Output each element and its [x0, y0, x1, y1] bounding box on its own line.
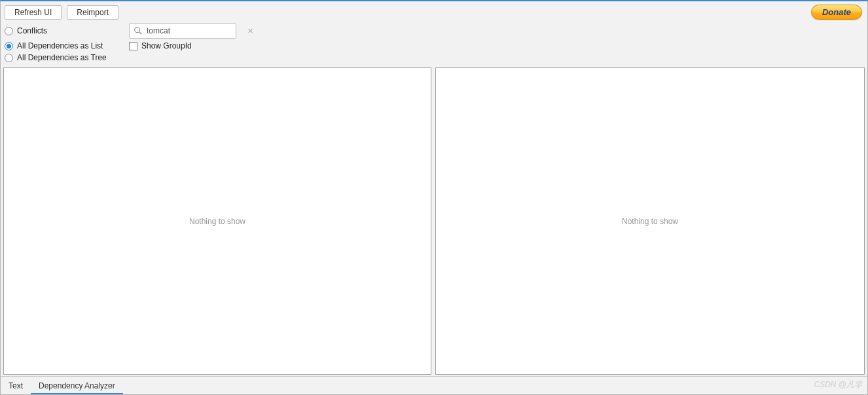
radio-icon [5, 27, 13, 35]
search-box: ✕ [129, 23, 236, 39]
radio-dot-icon [7, 44, 11, 48]
radio-conflicts[interactable]: Conflicts [5, 26, 116, 35]
search-input[interactable] [143, 25, 247, 37]
donate-button[interactable]: Donate [811, 5, 862, 20]
radio-label: All Dependencies as Tree [17, 53, 107, 62]
panels-container: Nothing to show Nothing to show [1, 66, 867, 376]
tab-dependency-analyzer[interactable]: Dependency Analyzer [31, 377, 123, 394]
filter-row-1: Conflicts ✕ [1, 22, 867, 40]
radio-icon [5, 42, 13, 50]
checkbox-show-groupid[interactable]: Show GroupId [129, 41, 192, 50]
toolbar: Refresh UI Reimport Donate [1, 1, 867, 22]
radio-all-deps-list[interactable]: All Dependencies as List [5, 41, 116, 50]
empty-message: Nothing to show [189, 217, 245, 226]
empty-message: Nothing to show [622, 217, 678, 226]
radio-label: Conflicts [17, 26, 47, 35]
radio-label: All Dependencies as List [17, 41, 103, 50]
search-icon [134, 26, 143, 35]
radio-all-deps-tree[interactable]: All Dependencies as Tree [5, 53, 116, 62]
tab-text[interactable]: Text [1, 377, 31, 394]
right-panel: Nothing to show [435, 67, 865, 375]
reimport-button[interactable]: Reimport [67, 5, 118, 20]
checkbox-label: Show GroupId [141, 41, 192, 50]
checkbox-icon [129, 42, 137, 50]
bottom-tabs: Text Dependency Analyzer CSDN @凡零 [1, 376, 867, 394]
left-panel: Nothing to show [3, 67, 431, 375]
svg-point-0 [135, 28, 140, 33]
watermark: CSDN @凡零 [814, 379, 862, 390]
radio-icon [5, 54, 13, 62]
refresh-ui-button[interactable]: Refresh UI [5, 5, 62, 20]
clear-icon[interactable]: ✕ [247, 26, 253, 36]
filter-row-3: All Dependencies as Tree [1, 52, 867, 66]
filter-row-2: All Dependencies as List Show GroupId [1, 40, 867, 52]
